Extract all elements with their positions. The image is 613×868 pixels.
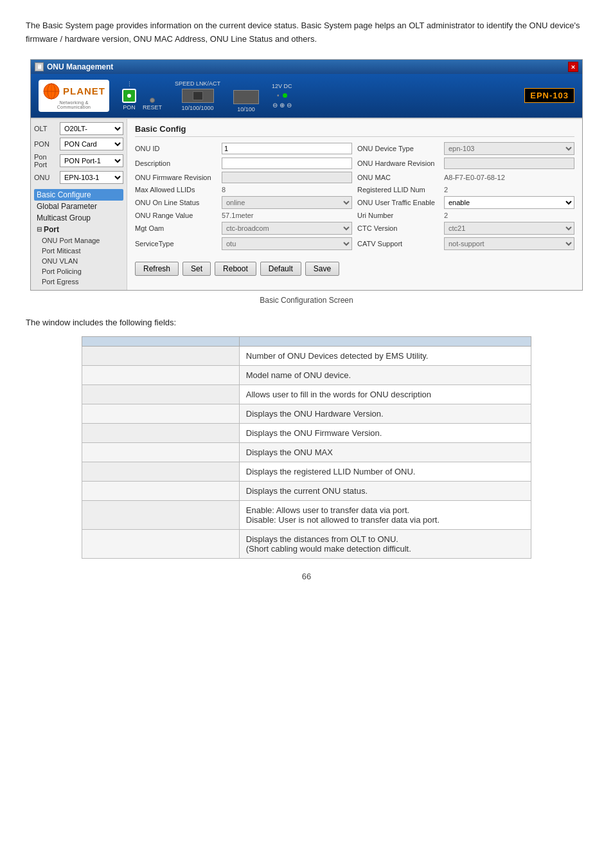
port-visual — [182, 89, 214, 103]
catv-support-label: CATV Support — [357, 240, 441, 248]
description-input[interactable] — [222, 158, 352, 169]
section2-text: The window includes the following fields… — [26, 318, 587, 327]
sidebar-item-port[interactable]: ⊟ Port — [34, 224, 123, 235]
onu-id-input[interactable] — [222, 143, 352, 154]
table-col2-header — [239, 336, 531, 346]
onu-management-window: 🖥 ONU Management × PLANET Networking & C… — [30, 59, 583, 291]
table-desc-4: Displays the ONU Firmware Version. — [239, 423, 531, 442]
range-value-label: ONU Range Value — [135, 212, 218, 219]
onu-label-sidebar: ONU — [34, 174, 58, 181]
pon-port-select[interactable]: PON Port-1 — [60, 154, 123, 167]
mgt-oam-select[interactable]: ctc-broadcom — [222, 222, 352, 235]
uri-number-label: Uri Number — [357, 212, 441, 219]
expand-icon: ⊟ — [37, 226, 42, 233]
table-field-2 — [82, 384, 239, 404]
device-header: PLANET Networking & Communication ⋮ PON … — [31, 74, 582, 119]
hw-revision-field: ONU Hardware Revision — [357, 158, 574, 169]
recycle-icon-3: ⊖ — [287, 102, 292, 109]
max-llid-field: Max Allowed LLIDs 8 — [135, 186, 352, 194]
table-desc-6: Displays the registered LLID Number of O… — [239, 462, 531, 481]
speed1-label: 10/100/1000 — [182, 105, 214, 111]
service-type-select[interactable]: otu — [222, 237, 352, 250]
table-field-3 — [82, 404, 239, 423]
screen-caption: Basic Configuration Screen — [26, 296, 587, 305]
online-status-field: ONU On Line Status online — [135, 196, 352, 209]
hw-revision-input — [444, 158, 574, 169]
sidebar-item-onu-port-manage[interactable]: ONU Port Manage — [34, 235, 123, 246]
sidebar-item-basic-configure[interactable]: Basic Configure — [34, 189, 123, 201]
onu-id-field: ONU ID — [135, 142, 352, 155]
range-value: 57.1meter — [222, 212, 352, 219]
registered-llid-value: 2 — [444, 186, 574, 194]
table-desc-3: Displays the ONU Hardware Version. — [239, 404, 531, 423]
onu-device-type-label: ONU Device Type — [357, 145, 441, 152]
refresh-button[interactable]: Refresh — [135, 262, 179, 276]
onu-select[interactable]: EPN-103-1 — [60, 171, 123, 184]
window-title: ONU Management — [47, 62, 113, 71]
sidebar-item-port-policing[interactable]: Port Policing — [34, 266, 123, 276]
pon-select[interactable]: PON Card — [60, 138, 123, 150]
uri-number-value: 2 — [444, 212, 574, 219]
onu-device-type-select[interactable]: epn-103 — [444, 142, 574, 155]
user-traffic-field: ONU User Traffic Enable enable disable — [357, 196, 574, 209]
range-value-field: ONU Range Value 57.1meter — [135, 212, 352, 219]
fw-revision-field: ONU Firmware Revision — [135, 172, 352, 183]
table-field-1 — [82, 365, 239, 384]
port-label: Port — [44, 225, 59, 234]
mgt-oam-label: Mgt Oam — [135, 224, 218, 232]
table-desc-9: Displays the distances from OLT to ONU.(… — [239, 529, 531, 558]
save-button[interactable]: Save — [305, 262, 339, 276]
reboot-button[interactable]: Reboot — [215, 262, 256, 276]
user-traffic-label: ONU User Traffic Enable — [357, 199, 441, 206]
sidebar-item-multicast-group[interactable]: Multicast Group — [34, 212, 123, 224]
ctc-version-select[interactable]: ctc21 — [444, 222, 574, 235]
recycle-icon-1: ⊖ — [272, 102, 278, 109]
pon-led-dot — [127, 94, 131, 98]
default-button[interactable]: Default — [260, 262, 301, 276]
logo-subtitle: Networking & Communication — [44, 100, 104, 109]
action-buttons: Refresh Set Reboot Default Save — [135, 257, 574, 276]
onu-mac-field: ONU MAC A8-F7-E0-07-68-12 — [357, 172, 574, 183]
reset-label: RESET — [143, 104, 162, 111]
onu-id-label: ONU ID — [135, 145, 218, 152]
table-desc-0: Number of ONU Devices detected by EMS Ut… — [239, 346, 531, 365]
user-traffic-select[interactable]: enable disable — [444, 196, 574, 209]
table-desc-1: Model name of ONU device. — [239, 365, 531, 384]
online-status-label: ONU On Line Status — [135, 199, 218, 206]
main-content: OLT O20LT- PON PON Card Pon Port PON Por… — [31, 119, 582, 290]
olt-label: OLT — [34, 125, 58, 132]
sidebar-item-global-parameter[interactable]: Global Parameter — [34, 201, 123, 212]
online-status-select[interactable]: online — [222, 196, 352, 209]
table-desc-8: Enable: Allows user to transfer data via… — [239, 500, 531, 529]
recycle-icon-2: ⊕ — [280, 102, 285, 109]
sidebar-item-port-egress[interactable]: Port Egress — [34, 276, 123, 287]
mgt-oam-field: Mgt Oam ctc-broadcom — [135, 222, 352, 235]
pon-label: PON — [123, 104, 136, 111]
speed-labels: SPEED LNK/ACT — [175, 80, 220, 87]
sidebar-menu: Basic Configure Global Parameter Multica… — [34, 189, 123, 287]
registered-llid-label: Registered LLID Num — [357, 186, 441, 194]
intro-paragraph: The Basic System page provides informati… — [26, 19, 587, 46]
table-field-4 — [82, 423, 239, 442]
olt-select[interactable]: O20LT- — [60, 122, 123, 135]
page-number: 66 — [26, 572, 587, 581]
table-field-8 — [82, 500, 239, 529]
onu-mac-value: A8-F7-E0-07-68-12 — [444, 174, 574, 181]
description-field: Description — [135, 158, 352, 169]
catv-support-select[interactable]: not-support — [444, 237, 574, 250]
close-button[interactable]: × — [568, 62, 578, 72]
olt-row: OLT O20LT- — [34, 122, 123, 135]
ctc-version-label: CTC Version — [357, 224, 441, 232]
pon-label-sidebar: PON — [34, 140, 58, 148]
onu-device-type-field: ONU Device Type epn-103 — [357, 142, 574, 155]
pon-reset-group: ⋮ PON RESET — [122, 81, 162, 111]
config-fields-grid: ONU ID ONU Device Type epn-103 Descripti… — [135, 142, 574, 250]
logo-top: PLANET — [42, 82, 105, 100]
sidebar-item-onu-vlan[interactable]: ONU VLAN — [34, 256, 123, 266]
speed2-label: 10/100 — [237, 106, 255, 113]
sidebar-item-port-miticast[interactable]: Port Miticast — [34, 246, 123, 256]
onu-row: ONU EPN-103-1 — [34, 171, 123, 184]
table-field-9 — [82, 529, 239, 558]
table-field-6 — [82, 462, 239, 481]
set-button[interactable]: Set — [182, 262, 211, 276]
